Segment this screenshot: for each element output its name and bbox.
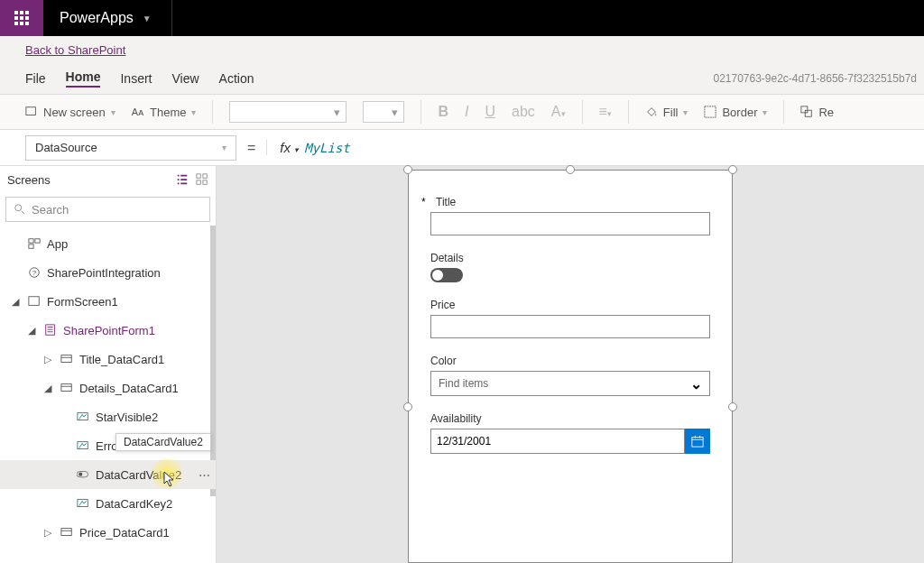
tree-label: Title_DataCard1: [79, 353, 164, 366]
tree-search-input[interactable]: Search: [5, 197, 210, 222]
list-view-icon[interactable]: [176, 173, 189, 186]
fx-section: fx ▾ MyList: [266, 140, 349, 155]
theme-icon: Aᴀ: [132, 106, 144, 118]
menu-view[interactable]: View: [171, 71, 199, 86]
italic-button[interactable]: I: [465, 104, 468, 120]
tree-node-sharepointform[interactable]: ◢ SharePointForm1: [0, 316, 216, 345]
expand-icon[interactable]: ◢: [9, 296, 22, 308]
svg-rect-6: [197, 180, 200, 184]
screens-panel-header: Screens: [0, 166, 216, 193]
svg-text:?: ?: [32, 269, 37, 277]
tree-label: SharePointIntegration: [47, 266, 161, 280]
svg-rect-16: [61, 355, 71, 363]
app-title[interactable]: PowerApps ▼: [43, 10, 168, 26]
chevron-down-icon: ▾: [683, 107, 688, 117]
fill-label: Fill: [663, 106, 679, 119]
expand-icon[interactable]: ◢: [25, 325, 38, 337]
svg-rect-5: [203, 174, 207, 178]
screens-tree: App ? SharePointIntegration ◢ FormScreen…: [0, 226, 216, 563]
search-icon: [14, 203, 26, 216]
price-input[interactable]: [430, 315, 710, 338]
screens-panel: Screens Search App ? SharePointIntegrati…: [0, 166, 217, 563]
toggle-icon: [76, 468, 90, 481]
menu-home[interactable]: Home: [66, 69, 101, 88]
theme-button[interactable]: Aᴀ Theme ▾: [132, 106, 197, 119]
workspace: Screens Search App ? SharePointIntegrati…: [0, 166, 924, 563]
resize-handle[interactable]: [403, 402, 412, 411]
design-canvas[interactable]: * Title Details Price Color Find items ⌄…: [217, 166, 924, 563]
expand-icon[interactable]: ◢: [42, 383, 54, 394]
resize-handle[interactable]: [728, 402, 737, 411]
align-button[interactable]: ≡▾: [599, 104, 612, 120]
field-label-availability: Availability: [430, 412, 710, 425]
border-button[interactable]: Border▾: [704, 106, 767, 119]
property-label: DataSource: [35, 141, 97, 154]
border-label: Border: [722, 106, 757, 119]
tree-node-datacardkey[interactable]: DataCardKey2: [0, 489, 216, 518]
reorder-icon: [800, 106, 813, 118]
details-toggle[interactable]: [430, 268, 463, 282]
label-icon: [76, 439, 90, 452]
resize-handle[interactable]: [403, 165, 412, 174]
divider: [212, 100, 213, 124]
tree-node-details-datacard[interactable]: ◢ Details_DataCard1: [0, 374, 216, 402]
svg-rect-7: [203, 180, 207, 184]
field-label-title: * Title: [430, 196, 710, 208]
back-to-sharepoint-link[interactable]: Back to SharePoint: [25, 43, 125, 57]
reorder-label: Re: [818, 106, 834, 119]
expand-icon[interactable]: ▷: [42, 527, 54, 539]
strikethrough-button[interactable]: abc: [512, 104, 535, 120]
underline-button[interactable]: U: [485, 104, 495, 120]
tree-node-formscreen[interactable]: ◢ FormScreen1: [0, 287, 216, 316]
formula-input[interactable]: MyList: [304, 141, 350, 155]
color-combobox[interactable]: Find items ⌄: [430, 371, 710, 396]
tree-node-sharepoint-integration[interactable]: ? SharePointIntegration: [0, 258, 216, 287]
calendar-icon[interactable]: [685, 429, 710, 454]
search-placeholder: Search: [32, 203, 69, 217]
reorder-button[interactable]: Re: [800, 106, 834, 119]
menu-insert[interactable]: Insert: [120, 71, 152, 86]
expand-icon[interactable]: ▷: [42, 354, 54, 365]
screens-title: Screens: [7, 173, 51, 187]
thumbnail-view-icon[interactable]: [196, 173, 208, 186]
date-input[interactable]: [430, 429, 685, 454]
file-id-label: 02170763-9e2c-4d71-8656-7f3232515b7d: [713, 72, 917, 85]
more-options-button[interactable]: ⋯: [199, 468, 210, 482]
new-screen-button[interactable]: New screen ▾: [25, 106, 116, 119]
ribbon-toolbar: New screen ▾ Aᴀ Theme ▾ ▾ ▾ B I U abc A▾…: [0, 94, 924, 130]
font-picker[interactable]: ▾: [229, 101, 346, 123]
svg-rect-23: [61, 529, 71, 536]
tree-node-datacardvalue[interactable]: DataCardValue2 ⋯: [0, 460, 216, 489]
border-icon: [704, 106, 716, 118]
app-launcher-button[interactable]: [0, 0, 43, 36]
tree-label: Price_DataCard1: [79, 526, 170, 540]
tree-label: StarVisible2: [96, 411, 158, 424]
tree-node-errormessage[interactable]: ErrorM DataCardValue2: [0, 431, 216, 460]
title-input[interactable]: [430, 212, 710, 235]
tree-node-title-datacard[interactable]: ▷ Title_DataCard1: [0, 345, 216, 374]
bold-button[interactable]: B: [438, 104, 448, 120]
svg-rect-3: [806, 110, 812, 116]
tree-node-starvisible[interactable]: StarVisible2: [0, 402, 216, 431]
field-label-price: Price: [430, 299, 710, 311]
menu-action[interactable]: Action: [219, 71, 254, 86]
tree-node-price-datacard[interactable]: ▷ Price_DataCard1: [0, 518, 216, 547]
resize-handle[interactable]: [566, 165, 575, 174]
resize-handle[interactable]: [728, 165, 737, 174]
datacard-icon: [60, 526, 74, 539]
equals-label: =: [247, 140, 255, 156]
font-size-picker[interactable]: ▾: [363, 101, 404, 123]
font-color-button[interactable]: A▾: [551, 104, 566, 120]
divider: [420, 100, 421, 124]
availability-date-picker[interactable]: [430, 429, 710, 454]
info-icon: ?: [27, 266, 42, 279]
property-dropdown[interactable]: DataSource ▾: [25, 135, 236, 161]
svg-point-21: [79, 473, 82, 476]
fill-button[interactable]: Fill▾: [645, 106, 688, 119]
fx-icon[interactable]: fx ▾: [280, 140, 299, 155]
tree-node-app[interactable]: App: [0, 229, 216, 258]
form-preview[interactable]: * Title Details Price Color Find items ⌄…: [408, 170, 733, 563]
tree-label: SharePointForm1: [63, 324, 155, 337]
menu-file[interactable]: File: [25, 71, 46, 86]
svg-rect-24: [692, 438, 703, 448]
